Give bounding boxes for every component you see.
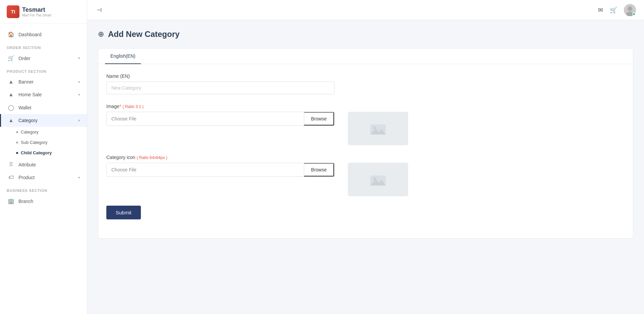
image-browse-button[interactable]: Browse [304, 112, 334, 125]
sidebar-item-label: Child Category [21, 150, 52, 155]
wallet-icon: ◯ [8, 104, 14, 111]
chevron-down-icon: ▾ [78, 80, 80, 84]
home-sale-icon: ▲ [8, 92, 14, 98]
dot-icon [16, 131, 18, 133]
main-content: ⊣ ✉ 🛒 ⊕ Add New Category Eng [87, 0, 644, 314]
icon-label: Category icon( Ratio 64x64px ) [106, 155, 625, 160]
sidebar-item-banner[interactable]: ▲ Banner ▾ [0, 75, 87, 88]
attribute-icon: ⠿ [8, 161, 14, 168]
icon-choose-file-label: Choose File [107, 164, 304, 176]
collapse-button[interactable]: ⊣ [95, 5, 103, 15]
image-file-input: Choose File Browse [106, 112, 334, 126]
chevron-down-icon: ▾ [78, 175, 80, 180]
page-header: ⊕ Add New Category [98, 30, 633, 39]
form-card: English(EN) Name (EN) Image*( Ratio 3:1 … [98, 48, 633, 239]
sidebar-item-label: Category [21, 129, 39, 135]
sidebar-item-wallet[interactable]: ◯ Wallet [0, 101, 87, 114]
sidebar-item-dashboard[interactable]: 🏠 Dashboard [0, 28, 87, 41]
sidebar-item-category-sub[interactable]: Category [0, 127, 87, 137]
logo-icon: Tt [7, 5, 19, 18]
sidebar-item-home-sale[interactable]: ▲ Home Sale ▾ [0, 88, 87, 101]
cart-icon[interactable]: 🛒 [610, 6, 617, 14]
tab-bar: English(EN) [98, 49, 633, 64]
sidebar-item-branch[interactable]: 🏢 Branch [0, 195, 87, 208]
submit-button[interactable]: Submit [106, 206, 141, 219]
page-title: Add New Category [108, 30, 179, 39]
sidebar-item-product[interactable]: 🏷 Product ▾ [0, 171, 87, 184]
dot-icon [16, 152, 18, 154]
header: ⊣ ✉ 🛒 [87, 0, 644, 20]
image-preview [348, 112, 408, 145]
sidebar-item-label: Dashboard [18, 32, 80, 37]
sidebar-item-order[interactable]: 🛒 Order ▾ [0, 52, 87, 65]
add-icon: ⊕ [98, 30, 104, 39]
avatar[interactable] [624, 4, 636, 16]
sidebar: Tt Tesmart Mart For The Smart 🏠 Dashboar… [0, 0, 87, 314]
mail-icon[interactable]: ✉ [598, 6, 603, 14]
dot-icon [16, 142, 18, 144]
submit-group: Submit [106, 206, 625, 219]
sidebar-item-child-category[interactable]: Child Category [0, 148, 87, 158]
order-icon: 🛒 [8, 55, 14, 61]
sidebar-item-category[interactable]: ▲ Category ▾ [0, 114, 87, 127]
image-form-group: Image*( Ratio 3:1 ) Choose File Browse [106, 104, 625, 145]
banner-icon: ▲ [8, 79, 14, 85]
chevron-down-icon: ▾ [78, 56, 80, 60]
sidebar-item-attribute[interactable]: ⠿ Attribute [0, 158, 87, 171]
sidebar-nav: 🏠 Dashboard ORDER SECTION 🛒 Order ▾ PROD… [0, 24, 87, 314]
name-input[interactable] [106, 82, 334, 94]
sidebar-item-label: Category [18, 118, 74, 123]
icon-browse-button[interactable]: Browse [304, 163, 334, 176]
sidebar-item-label: Home Sale [18, 92, 74, 97]
sidebar-item-sub-category[interactable]: Sub Category [0, 137, 87, 148]
name-form-group: Name (EN) [106, 73, 625, 94]
name-label: Name (EN) [106, 73, 625, 79]
icon-file-input: Choose File Browse [106, 163, 334, 177]
section-label-product: PRODUCT SECTION [0, 65, 87, 75]
chevron-down-icon: ▾ [78, 118, 80, 123]
sidebar-item-label: Order [18, 56, 74, 61]
page-content: ⊕ Add New Category English(EN) Name (EN)… [87, 20, 644, 314]
home-icon: 🏠 [8, 31, 14, 38]
form-body: Name (EN) Image*( Ratio 3:1 ) Choose Fil… [98, 64, 633, 238]
icon-form-group: Category icon( Ratio 64x64px ) Choose Fi… [106, 155, 625, 196]
icon-preview [348, 163, 408, 196]
image-choose-file-label: Choose File [107, 113, 304, 125]
sidebar-item-label: Sub Category [21, 140, 48, 145]
sidebar-item-label: Attribute [18, 162, 80, 167]
chevron-down-icon: ▾ [78, 93, 80, 97]
sidebar-item-label: Branch [18, 199, 80, 204]
section-label-business: BUSINESS SECTION [0, 184, 87, 195]
branch-icon: 🏢 [8, 198, 14, 204]
logo: Tt Tesmart Mart For The Smart [0, 0, 87, 24]
svg-point-1 [628, 6, 632, 11]
category-icon: ▲ [8, 117, 14, 123]
tab-english[interactable]: English(EN) [105, 49, 141, 64]
logo-tagline: Mart For The Smart [22, 13, 51, 17]
sidebar-item-label: Product [18, 175, 74, 180]
section-label-order: ORDER SECTION [0, 41, 87, 52]
image-label: Image*( Ratio 3:1 ) [106, 104, 625, 109]
online-indicator [632, 12, 636, 16]
logo-name: Tesmart [22, 6, 51, 13]
sidebar-item-label: Banner [18, 79, 74, 85]
sidebar-item-label: Wallet [18, 105, 80, 110]
product-icon: 🏷 [8, 174, 14, 180]
